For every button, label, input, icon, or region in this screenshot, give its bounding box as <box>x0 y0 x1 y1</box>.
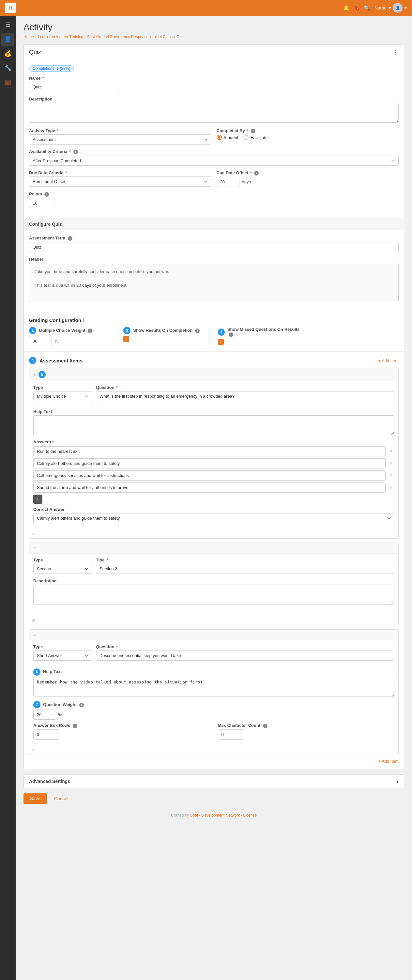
bookmark-icon[interactable]: 🔖 <box>354 5 360 11</box>
name-label: Name * <box>29 76 399 81</box>
qw-info-icon[interactable]: i <box>79 703 84 707</box>
radio-facilitator[interactable]: Facilitator <box>243 135 269 140</box>
max-char-info-icon[interactable]: i <box>263 724 267 728</box>
breadcrumb-initial-class[interactable]: Initial Class <box>153 35 173 39</box>
drag-handle-2[interactable]: ≡ <box>33 546 36 550</box>
correct-answer-select[interactable]: Calmly alert others and guide them to sa… <box>33 513 395 523</box>
due-date-criteria-select[interactable]: Enrollment Offset <box>29 177 212 187</box>
advanced-settings-header[interactable]: Advanced Settings ▾ <box>24 775 404 788</box>
radio-student[interactable]: Student <box>216 135 239 140</box>
item-3-type-select[interactable]: Short Answer <box>33 651 92 660</box>
name-input[interactable] <box>29 82 120 92</box>
due-date-offset-input[interactable] <box>216 177 239 187</box>
due-date-offset-info-icon[interactable]: i <box>254 171 259 175</box>
grading-info-icon[interactable]: i <box>83 317 84 323</box>
item-1-type-select[interactable]: Multiple Choice <box>33 391 92 401</box>
breadcrumb-learn[interactable]: Learn <box>38 35 48 39</box>
search-icon[interactable]: 🔍 <box>364 5 371 11</box>
footer-link-spark[interactable]: Spark Development Network <box>190 813 240 818</box>
remove-item-2-button[interactable]: × <box>29 617 38 625</box>
grading-col-3: 3 Show Missed Questions On Results i ✓ <box>218 327 304 345</box>
availability-info-icon[interactable]: i <box>73 150 78 154</box>
remove-item-1-button[interactable]: × <box>29 530 38 538</box>
availability-criteria-select[interactable]: After Previous Completed <box>29 156 399 166</box>
main-content: Activity Home › Learn › Volunteer Traini… <box>16 16 412 980</box>
add-item-bottom-button[interactable]: + Add Item <box>378 759 399 764</box>
item-2-description-textarea[interactable] <box>33 585 395 605</box>
sidebar-item-finance[interactable]: 💰 <box>1 47 14 60</box>
mc-weight-unit: % <box>54 339 58 344</box>
three-dots-menu[interactable]: ⋮ <box>393 49 399 56</box>
answer-box-info-icon[interactable]: i <box>73 724 77 728</box>
points-info-icon[interactable]: i <box>45 192 49 197</box>
add-answer-button[interactable]: + <box>33 495 42 504</box>
remove-item-3-button[interactable]: × <box>29 746 38 754</box>
item-3-type-label: Type <box>33 644 92 649</box>
bell-icon[interactable]: 🔔 <box>343 5 350 11</box>
cancel-button[interactable]: Cancel <box>50 793 72 804</box>
item-1-question-input[interactable] <box>96 391 395 401</box>
remove-answer-4[interactable]: × <box>388 484 395 491</box>
breadcrumb-volunteer[interactable]: Volunteer Training <box>52 35 84 39</box>
item-3-help-text-textarea[interactable]: Remember how the video talked about asse… <box>33 677 395 697</box>
sidebar-item-profile[interactable]: 👤 <box>1 33 14 46</box>
remove-answer-2[interactable]: × <box>388 460 395 467</box>
assessment-item-1: ≡ 5 Type Multiple Choice Questi <box>29 368 399 539</box>
answer-input-1[interactable] <box>33 446 386 457</box>
mc-weight-info-icon[interactable]: i <box>88 329 92 333</box>
sidebar-item-home[interactable]: ☰ <box>1 18 14 31</box>
answer-input-3[interactable] <box>33 471 386 480</box>
points-input[interactable] <box>29 198 55 208</box>
badge-6: 6 <box>33 668 40 676</box>
sidebar-item-tools[interactable]: 🔧 <box>1 61 14 75</box>
item-1-body: Type Multiple Choice Question * <box>29 381 398 527</box>
page-title: Activity <box>24 22 404 33</box>
answer-input-4[interactable] <box>33 482 386 493</box>
due-date-offset-inline: days <box>216 177 399 187</box>
item-2-title-input[interactable] <box>96 564 395 574</box>
item-3-max-char-input[interactable] <box>218 729 244 740</box>
breadcrumb-home[interactable]: Home <box>24 35 34 39</box>
item-1-help-text-textarea[interactable] <box>33 415 395 435</box>
mc-weight-label: Multiple Choice Weight i <box>39 328 92 333</box>
item-3-question-input[interactable] <box>96 651 395 660</box>
item-1-question-label: Question * <box>96 385 395 390</box>
app-logo[interactable]: R <box>5 3 16 13</box>
assessment-term-info-icon[interactable]: i <box>68 236 72 241</box>
header-group: Header Take your time and carefully cons… <box>29 257 399 302</box>
drag-handle-3[interactable]: ≡ <box>33 632 36 638</box>
item-2-type-group: Type Section <box>33 558 92 574</box>
grading-config: Grading Configuration i 1 Multiple Choic… <box>24 312 404 352</box>
header-editor[interactable]: Take your time and carefully consider ea… <box>29 263 399 302</box>
sidebar-item-briefcase[interactable]: 💼 <box>1 76 14 89</box>
add-item-top-button[interactable]: + Add Item <box>378 358 399 363</box>
top-nav: R 🔔 🔖 🔍 Name ▾ 👤 ▾ <box>0 0 412 16</box>
item-3-answer-box-label: Answer Box Rows i <box>33 723 210 728</box>
show-results-label: Show Results On Completion i <box>133 328 200 333</box>
show-missed-checkbox[interactable]: ✓ <box>218 339 224 345</box>
item-3-qw-input[interactable] <box>33 710 56 720</box>
item-2-type-label: Type <box>33 558 92 562</box>
breadcrumb-first-aid[interactable]: First Aid and Emergency Response <box>87 35 148 39</box>
mc-weight-input[interactable] <box>29 336 52 346</box>
show-results-checkbox[interactable]: ✓ <box>123 336 129 342</box>
completed-by-info-icon[interactable]: i <box>251 129 255 134</box>
remove-answer-3[interactable]: × <box>388 472 395 479</box>
description-textarea[interactable] <box>29 103 399 123</box>
answer-input-2[interactable] <box>33 458 386 468</box>
user-menu[interactable]: Name ▾ 👤 ▾ <box>374 3 407 13</box>
show-missed-info-icon[interactable]: i <box>229 332 233 337</box>
correct-answer-row: Correct Answer Calmly alert others and g… <box>33 507 395 523</box>
item-1-type-label: Type <box>33 385 92 390</box>
footer-link-license[interactable]: License <box>243 813 257 818</box>
item-2-type-select[interactable]: Section <box>33 564 92 574</box>
save-button[interactable]: Save <box>24 793 47 804</box>
configure-quiz-body: Assessment Term i Header Take your time … <box>24 230 404 312</box>
remove-answer-1[interactable]: × <box>388 448 395 455</box>
show-results-info-icon[interactable]: i <box>195 329 200 333</box>
points-group: Points i <box>29 191 399 208</box>
activity-type-select[interactable]: Assessment <box>29 134 212 145</box>
item-3-answer-box-input[interactable] <box>33 729 59 740</box>
drag-handle-1[interactable]: ≡ <box>33 372 36 377</box>
assessment-term-input[interactable] <box>29 242 399 252</box>
